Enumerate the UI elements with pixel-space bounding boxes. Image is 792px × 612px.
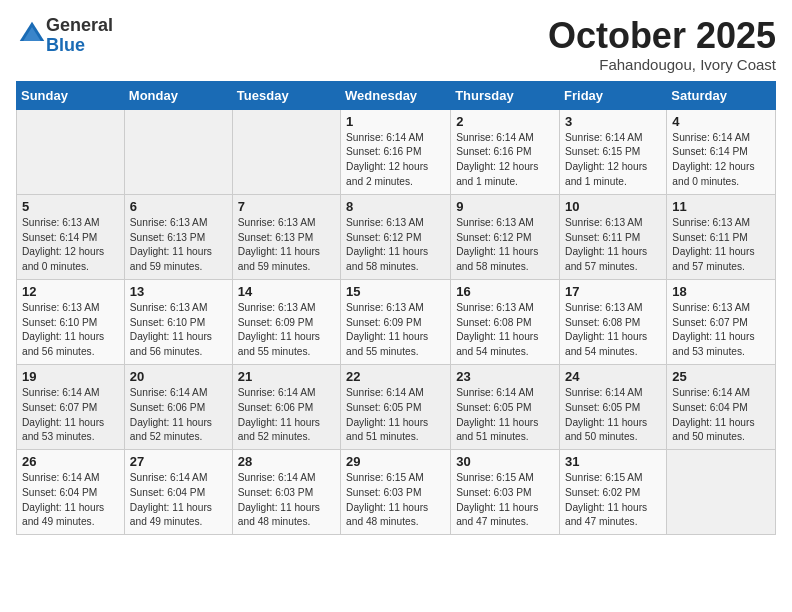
day-info: Sunrise: 6:14 AM Sunset: 6:14 PM Dayligh… — [672, 131, 770, 190]
day-info: Sunrise: 6:14 AM Sunset: 6:03 PM Dayligh… — [238, 471, 335, 530]
day-number: 5 — [22, 199, 119, 214]
calendar-day-cell: 28Sunrise: 6:14 AM Sunset: 6:03 PM Dayli… — [232, 450, 340, 535]
day-number: 15 — [346, 284, 445, 299]
calendar-day-cell: 1Sunrise: 6:14 AM Sunset: 6:16 PM Daylig… — [341, 109, 451, 194]
day-info: Sunrise: 6:15 AM Sunset: 6:03 PM Dayligh… — [456, 471, 554, 530]
weekday-header: Thursday — [451, 81, 560, 109]
calendar-table: SundayMondayTuesdayWednesdayThursdayFrid… — [16, 81, 776, 536]
day-number: 22 — [346, 369, 445, 384]
day-info: Sunrise: 6:14 AM Sunset: 6:05 PM Dayligh… — [456, 386, 554, 445]
calendar-day-cell: 5Sunrise: 6:13 AM Sunset: 6:14 PM Daylig… — [17, 194, 125, 279]
calendar-day-cell: 22Sunrise: 6:14 AM Sunset: 6:05 PM Dayli… — [341, 364, 451, 449]
calendar-day-cell: 6Sunrise: 6:13 AM Sunset: 6:13 PM Daylig… — [124, 194, 232, 279]
location: Fahandougou, Ivory Coast — [548, 56, 776, 73]
day-info: Sunrise: 6:13 AM Sunset: 6:09 PM Dayligh… — [346, 301, 445, 360]
day-info: Sunrise: 6:14 AM Sunset: 6:04 PM Dayligh… — [130, 471, 227, 530]
calendar-day-cell: 14Sunrise: 6:13 AM Sunset: 6:09 PM Dayli… — [232, 279, 340, 364]
day-info: Sunrise: 6:13 AM Sunset: 6:13 PM Dayligh… — [238, 216, 335, 275]
calendar-day-cell: 29Sunrise: 6:15 AM Sunset: 6:03 PM Dayli… — [341, 450, 451, 535]
day-info: Sunrise: 6:14 AM Sunset: 6:05 PM Dayligh… — [565, 386, 661, 445]
day-info: Sunrise: 6:13 AM Sunset: 6:14 PM Dayligh… — [22, 216, 119, 275]
calendar-day-cell: 7Sunrise: 6:13 AM Sunset: 6:13 PM Daylig… — [232, 194, 340, 279]
day-info: Sunrise: 6:13 AM Sunset: 6:11 PM Dayligh… — [672, 216, 770, 275]
calendar-day-cell: 4Sunrise: 6:14 AM Sunset: 6:14 PM Daylig… — [667, 109, 776, 194]
day-info: Sunrise: 6:15 AM Sunset: 6:03 PM Dayligh… — [346, 471, 445, 530]
day-number: 8 — [346, 199, 445, 214]
day-number: 11 — [672, 199, 770, 214]
day-info: Sunrise: 6:13 AM Sunset: 6:08 PM Dayligh… — [565, 301, 661, 360]
day-number: 29 — [346, 454, 445, 469]
calendar-day-cell: 25Sunrise: 6:14 AM Sunset: 6:04 PM Dayli… — [667, 364, 776, 449]
day-info: Sunrise: 6:13 AM Sunset: 6:11 PM Dayligh… — [565, 216, 661, 275]
day-number: 17 — [565, 284, 661, 299]
calendar-day-cell — [667, 450, 776, 535]
title-block: October 2025 Fahandougou, Ivory Coast — [548, 16, 776, 73]
day-info: Sunrise: 6:13 AM Sunset: 6:08 PM Dayligh… — [456, 301, 554, 360]
calendar-day-cell: 3Sunrise: 6:14 AM Sunset: 6:15 PM Daylig… — [560, 109, 667, 194]
calendar-day-cell — [232, 109, 340, 194]
day-number: 14 — [238, 284, 335, 299]
day-info: Sunrise: 6:13 AM Sunset: 6:12 PM Dayligh… — [456, 216, 554, 275]
calendar-day-cell: 26Sunrise: 6:14 AM Sunset: 6:04 PM Dayli… — [17, 450, 125, 535]
calendar-day-cell — [17, 109, 125, 194]
day-info: Sunrise: 6:14 AM Sunset: 6:04 PM Dayligh… — [672, 386, 770, 445]
calendar-day-cell: 13Sunrise: 6:13 AM Sunset: 6:10 PM Dayli… — [124, 279, 232, 364]
day-number: 10 — [565, 199, 661, 214]
weekday-header: Friday — [560, 81, 667, 109]
calendar-week-row: 19Sunrise: 6:14 AM Sunset: 6:07 PM Dayli… — [17, 364, 776, 449]
calendar-day-cell: 19Sunrise: 6:14 AM Sunset: 6:07 PM Dayli… — [17, 364, 125, 449]
day-number: 18 — [672, 284, 770, 299]
day-number: 28 — [238, 454, 335, 469]
day-info: Sunrise: 6:13 AM Sunset: 6:13 PM Dayligh… — [130, 216, 227, 275]
day-number: 16 — [456, 284, 554, 299]
day-number: 1 — [346, 114, 445, 129]
day-info: Sunrise: 6:14 AM Sunset: 6:16 PM Dayligh… — [456, 131, 554, 190]
day-number: 26 — [22, 454, 119, 469]
calendar-day-cell: 12Sunrise: 6:13 AM Sunset: 6:10 PM Dayli… — [17, 279, 125, 364]
day-info: Sunrise: 6:13 AM Sunset: 6:07 PM Dayligh… — [672, 301, 770, 360]
calendar-day-cell: 27Sunrise: 6:14 AM Sunset: 6:04 PM Dayli… — [124, 450, 232, 535]
day-info: Sunrise: 6:14 AM Sunset: 6:16 PM Dayligh… — [346, 131, 445, 190]
logo-general: General — [46, 15, 113, 35]
calendar-day-cell: 17Sunrise: 6:13 AM Sunset: 6:08 PM Dayli… — [560, 279, 667, 364]
day-number: 13 — [130, 284, 227, 299]
day-number: 3 — [565, 114, 661, 129]
day-number: 2 — [456, 114, 554, 129]
day-number: 4 — [672, 114, 770, 129]
weekday-header: Saturday — [667, 81, 776, 109]
logo-text: General Blue — [46, 16, 113, 56]
calendar-day-cell: 16Sunrise: 6:13 AM Sunset: 6:08 PM Dayli… — [451, 279, 560, 364]
calendar-header-row: SundayMondayTuesdayWednesdayThursdayFrid… — [17, 81, 776, 109]
day-info: Sunrise: 6:14 AM Sunset: 6:05 PM Dayligh… — [346, 386, 445, 445]
calendar-week-row: 12Sunrise: 6:13 AM Sunset: 6:10 PM Dayli… — [17, 279, 776, 364]
day-info: Sunrise: 6:14 AM Sunset: 6:04 PM Dayligh… — [22, 471, 119, 530]
calendar-day-cell: 9Sunrise: 6:13 AM Sunset: 6:12 PM Daylig… — [451, 194, 560, 279]
page-header: General Blue October 2025 Fahandougou, I… — [16, 16, 776, 73]
day-info: Sunrise: 6:13 AM Sunset: 6:12 PM Dayligh… — [346, 216, 445, 275]
logo-blue: Blue — [46, 35, 85, 55]
day-info: Sunrise: 6:15 AM Sunset: 6:02 PM Dayligh… — [565, 471, 661, 530]
day-info: Sunrise: 6:13 AM Sunset: 6:10 PM Dayligh… — [22, 301, 119, 360]
calendar-day-cell: 23Sunrise: 6:14 AM Sunset: 6:05 PM Dayli… — [451, 364, 560, 449]
calendar-day-cell: 15Sunrise: 6:13 AM Sunset: 6:09 PM Dayli… — [341, 279, 451, 364]
day-number: 12 — [22, 284, 119, 299]
day-number: 30 — [456, 454, 554, 469]
calendar-week-row: 5Sunrise: 6:13 AM Sunset: 6:14 PM Daylig… — [17, 194, 776, 279]
day-number: 27 — [130, 454, 227, 469]
month-title: October 2025 — [548, 16, 776, 56]
weekday-header: Sunday — [17, 81, 125, 109]
calendar-day-cell: 31Sunrise: 6:15 AM Sunset: 6:02 PM Dayli… — [560, 450, 667, 535]
calendar-day-cell: 18Sunrise: 6:13 AM Sunset: 6:07 PM Dayli… — [667, 279, 776, 364]
calendar-day-cell: 20Sunrise: 6:14 AM Sunset: 6:06 PM Dayli… — [124, 364, 232, 449]
calendar-day-cell: 8Sunrise: 6:13 AM Sunset: 6:12 PM Daylig… — [341, 194, 451, 279]
day-number: 6 — [130, 199, 227, 214]
logo: General Blue — [16, 16, 113, 56]
calendar-day-cell: 10Sunrise: 6:13 AM Sunset: 6:11 PM Dayli… — [560, 194, 667, 279]
weekday-header: Monday — [124, 81, 232, 109]
day-number: 20 — [130, 369, 227, 384]
day-info: Sunrise: 6:14 AM Sunset: 6:15 PM Dayligh… — [565, 131, 661, 190]
day-info: Sunrise: 6:13 AM Sunset: 6:09 PM Dayligh… — [238, 301, 335, 360]
day-info: Sunrise: 6:13 AM Sunset: 6:10 PM Dayligh… — [130, 301, 227, 360]
calendar-week-row: 1Sunrise: 6:14 AM Sunset: 6:16 PM Daylig… — [17, 109, 776, 194]
day-info: Sunrise: 6:14 AM Sunset: 6:07 PM Dayligh… — [22, 386, 119, 445]
